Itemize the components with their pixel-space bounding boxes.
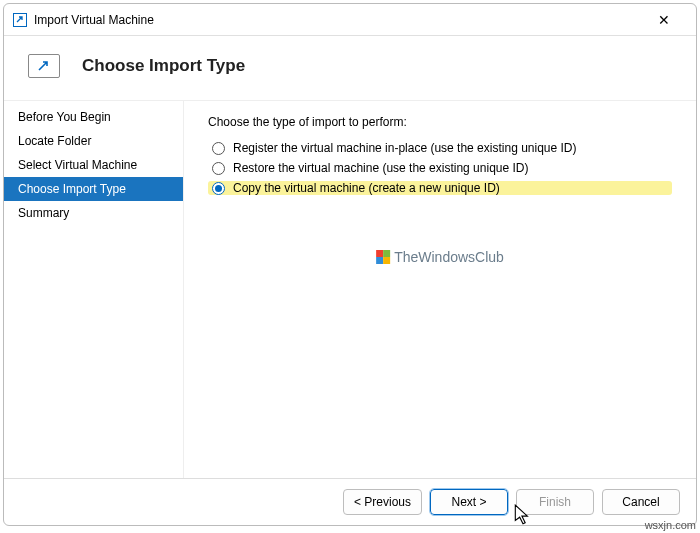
wizard-sidebar: Before You Begin Locate Folder Select Vi… (4, 101, 184, 478)
titlebar: Import Virtual Machine ✕ (4, 4, 696, 36)
radio-label: Copy the virtual machine (create a new u… (233, 181, 500, 195)
cancel-button[interactable]: Cancel (602, 489, 680, 515)
wizard-content: Choose the type of import to perform: Re… (184, 101, 696, 478)
close-button[interactable]: ✕ (642, 10, 686, 29)
wizard-body: Before You Begin Locate Folder Select Vi… (4, 101, 696, 478)
radio-icon (212, 162, 225, 175)
sidebar-item-select-virtual-machine[interactable]: Select Virtual Machine (4, 153, 183, 177)
sidebar-item-summary[interactable]: Summary (4, 201, 183, 225)
finish-button: Finish (516, 489, 594, 515)
previous-button[interactable]: < Previous (343, 489, 422, 515)
page-title: Choose Import Type (82, 56, 245, 76)
radio-label: Restore the virtual machine (use the exi… (233, 161, 528, 175)
dialog-window: Import Virtual Machine ✕ Choose Import T… (3, 3, 697, 526)
next-button[interactable]: Next > (430, 489, 508, 515)
radio-option-copy[interactable]: Copy the virtual machine (create a new u… (208, 181, 672, 195)
radio-label: Register the virtual machine in-place (u… (233, 141, 577, 155)
watermark-logo-icon (376, 250, 390, 264)
wizard-header: Choose Import Type (4, 36, 696, 101)
sidebar-item-before-you-begin[interactable]: Before You Begin (4, 105, 183, 129)
sidebar-item-choose-import-type[interactable]: Choose Import Type (4, 177, 183, 201)
radio-option-restore[interactable]: Restore the virtual machine (use the exi… (208, 161, 672, 175)
header-icon (28, 54, 60, 78)
radio-icon (212, 182, 225, 195)
sidebar-item-locate-folder[interactable]: Locate Folder (4, 129, 183, 153)
close-icon: ✕ (658, 12, 670, 28)
watermark-text: TheWindowsClub (394, 249, 504, 265)
radio-option-register[interactable]: Register the virtual machine in-place (u… (208, 141, 672, 155)
import-type-radio-group: Register the virtual machine in-place (u… (208, 141, 672, 195)
source-caption: wsxjn.com (645, 519, 696, 531)
instruction-text: Choose the type of import to perform: (208, 115, 672, 129)
app-icon (12, 12, 28, 28)
radio-icon (212, 142, 225, 155)
window-title: Import Virtual Machine (34, 13, 642, 27)
wizard-footer: < Previous Next > Finish Cancel (4, 478, 696, 525)
svg-rect-0 (14, 13, 27, 26)
watermark: TheWindowsClub (376, 249, 504, 265)
